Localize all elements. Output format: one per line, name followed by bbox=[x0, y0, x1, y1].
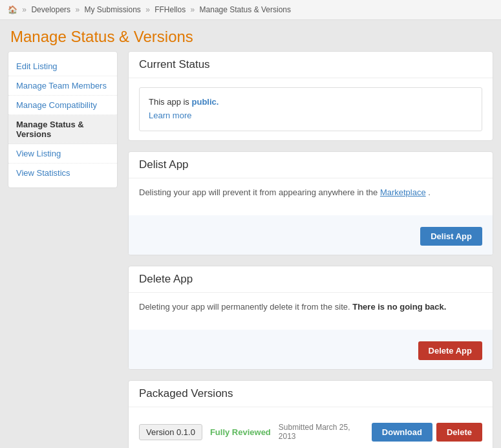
delist-description: Delisting your app will prevent it from … bbox=[139, 187, 482, 197]
version-badge: Version 0.1.0 bbox=[139, 424, 202, 440]
breadcrumb-ffhellos[interactable]: FFHellos bbox=[155, 5, 186, 14]
version-submitted-date: Submitted March 25, 2013 bbox=[279, 423, 364, 441]
packaged-versions-title: Packaged Versions bbox=[139, 387, 482, 400]
sidebar-nav: Edit Listing Manage Team Members Manage … bbox=[8, 51, 118, 188]
delist-action-row: Delist App bbox=[139, 222, 482, 248]
delete-text-bold: There is no going back. bbox=[352, 302, 446, 312]
delist-app-title: Delist App bbox=[139, 158, 482, 171]
breadcrumb-my-submissions[interactable]: My Submissions bbox=[84, 5, 140, 14]
version-status-badge: Fully Reviewed bbox=[210, 427, 271, 437]
main-layout: Edit Listing Manage Team Members Manage … bbox=[0, 51, 501, 448]
delist-app-section: Delist App Delisting your app will preve… bbox=[128, 151, 493, 255]
delete-app-body: Deleting your app will permanently delet… bbox=[129, 293, 493, 330]
sidebar-item-manage-compatibility[interactable]: Manage Compatibility bbox=[8, 96, 117, 115]
sidebar-item-manage-team-members[interactable]: Manage Team Members bbox=[8, 76, 117, 96]
delete-app-section: Delete App Deleting your app will perman… bbox=[128, 266, 493, 370]
delete-app-title: Delete App bbox=[139, 273, 482, 286]
breadcrumb: 🏠 » Developers » My Submissions » FFHell… bbox=[0, 0, 501, 20]
status-value: public. bbox=[192, 97, 219, 107]
delete-action-row: Delete App bbox=[139, 336, 482, 363]
current-status-body: This app is public. Learn more bbox=[129, 78, 493, 140]
page-header: Manage Status & Versions bbox=[0, 20, 501, 51]
version-download-button[interactable]: Download bbox=[372, 423, 432, 442]
current-status-section: Current Status This app is public. Learn… bbox=[128, 51, 493, 141]
delist-app-button[interactable]: Delist App bbox=[420, 227, 482, 246]
delist-marketplace-link[interactable]: Marketplace bbox=[380, 187, 426, 197]
home-icon: 🏠 bbox=[8, 5, 17, 14]
status-text-line: This app is public. bbox=[149, 96, 473, 109]
delist-text-suffix: . bbox=[428, 187, 431, 197]
version-row: Version 0.1.0 Fully Reviewed Submitted M… bbox=[139, 416, 482, 448]
delist-action-area: Delist App bbox=[129, 215, 493, 255]
packaged-versions-body: Version 0.1.0 Fully Reviewed Submitted M… bbox=[129, 407, 493, 448]
delete-description: Deleting your app will permanently delet… bbox=[139, 302, 482, 312]
version-actions: Download Delete bbox=[372, 423, 482, 442]
breadcrumb-developers[interactable]: Developers bbox=[31, 5, 70, 14]
breadcrumb-current: Manage Status & Versions bbox=[200, 5, 291, 14]
delist-app-body: Delisting your app will prevent it from … bbox=[129, 178, 493, 215]
sidebar-item-edit-listing[interactable]: Edit Listing bbox=[8, 57, 117, 76]
current-status-header: Current Status bbox=[129, 52, 493, 78]
page-title: Manage Status & Versions bbox=[10, 28, 491, 46]
delete-action-area: Delete App bbox=[129, 330, 493, 369]
packaged-versions-section: Packaged Versions Version 0.1.0 Fully Re… bbox=[128, 380, 493, 448]
sidebar-item-view-listing[interactable]: View Listing bbox=[8, 144, 117, 164]
content: Current Status This app is public. Learn… bbox=[128, 51, 493, 448]
sidebar-item-view-statistics[interactable]: View Statistics bbox=[8, 164, 117, 182]
learn-more-link[interactable]: Learn more bbox=[149, 111, 191, 120]
current-status-title: Current Status bbox=[139, 58, 482, 71]
packaged-versions-header: Packaged Versions bbox=[129, 381, 493, 407]
status-box: This app is public. Learn more bbox=[139, 87, 482, 131]
delete-app-button[interactable]: Delete App bbox=[418, 341, 482, 360]
learn-more-line: Learn more bbox=[149, 109, 473, 123]
status-prefix: This app is bbox=[149, 97, 189, 107]
delete-text-prefix: Deleting your app will permanently delet… bbox=[139, 302, 350, 312]
sidebar-item-manage-status-versions[interactable]: Manage Status & Versions bbox=[8, 115, 117, 144]
delist-text-prefix: Delisting your app will prevent it from … bbox=[139, 187, 378, 197]
version-delete-button[interactable]: Delete bbox=[436, 423, 482, 442]
delete-app-header: Delete App bbox=[129, 266, 493, 293]
delist-app-header: Delist App bbox=[129, 152, 493, 178]
sidebar: Edit Listing Manage Team Members Manage … bbox=[8, 51, 118, 448]
